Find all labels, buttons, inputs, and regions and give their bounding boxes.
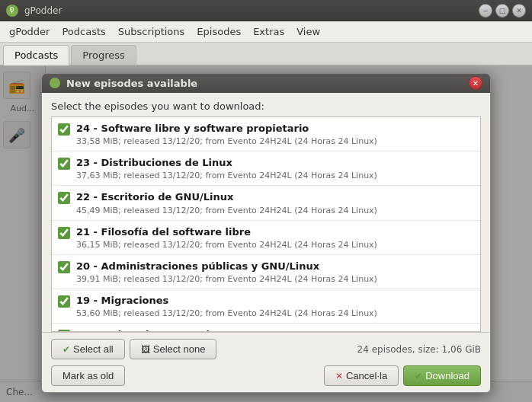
cancel-button[interactable]: ✕ Cancel·la [324, 365, 399, 386]
episode-checkbox-2[interactable] [58, 192, 70, 204]
dialog-title-icon [50, 78, 60, 88]
menu-extras[interactable]: Extras [247, 23, 290, 40]
episode-meta: 37,63 MiB; released 13/12/20; from Event… [76, 171, 474, 180]
select-all-button[interactable]: ✔ Select all [51, 339, 125, 359]
tab-progress[interactable]: Progress [71, 45, 136, 65]
dialog-subtitle: Select the episodes you want to download… [42, 93, 490, 116]
cancel-icon: ✕ [335, 371, 343, 381]
window-controls: − □ ✕ [479, 4, 526, 18]
download-button[interactable]: ✔ Download [403, 365, 481, 386]
episode-meta: 36,15 MiB; released 13/12/20; from Event… [76, 240, 474, 250]
minimize-button[interactable]: − [479, 4, 492, 18]
episode-checkbox-5[interactable] [58, 295, 70, 308]
episodes-info: 24 episodes, size: 1,06 GiB [221, 344, 481, 355]
maximize-button[interactable]: □ [495, 4, 509, 18]
select-none-button[interactable]: 🖼 Select none [130, 339, 217, 359]
episode-item: 21 - Filosofía del software libre36,15 M… [52, 221, 480, 255]
episode-info: 19 - Migraciones53,60 MiB; released 13/1… [76, 294, 474, 318]
select-none-icon: 🖼 [141, 344, 150, 355]
episode-meta: 39,91 MiB; released 13/12/20; from Event… [76, 274, 474, 284]
mark-as-old-button[interactable]: Mark as old [51, 365, 125, 386]
episode-title: 22 - Escritorio de GNU/Linux [76, 190, 474, 204]
episode-list[interactable]: 24 - Software libre y software propietar… [51, 116, 481, 332]
tab-bar: Podcasts Progress [0, 43, 532, 65]
dialog-overlay: New episodes available ✕ Select the epis… [0, 65, 532, 402]
episode-title: 20 - Administraciones públicas y GNU/Lin… [76, 260, 474, 273]
episode-item: 23 - Distribuciones de Linux37,63 MiB; r… [52, 152, 480, 186]
episode-meta: 53,60 MiB; released 13/12/20; from Event… [76, 308, 474, 318]
episode-info: 23 - Distribuciones de Linux37,63 MiB; r… [76, 156, 474, 180]
dialog-bottom: ✔ Select all 🖼 Select none 24 episodes, … [42, 332, 490, 392]
episode-title: 23 - Distribuciones de Linux [76, 156, 474, 170]
menu-subscriptions[interactable]: Subscriptions [112, 23, 191, 40]
dialog-close-button[interactable]: ✕ [469, 76, 482, 90]
menu-episodes[interactable]: Episodes [191, 23, 247, 40]
episode-title: 24 - Software libre y software propietar… [76, 122, 474, 136]
episode-title: 19 - Migraciones [76, 294, 474, 308]
episode-meta: 45,49 MiB; released 13/12/20; from Event… [76, 206, 474, 215]
download-check-icon: ✔ [415, 371, 422, 381]
episode-meta: 33,58 MiB; released 13/12/20; from Event… [76, 136, 474, 146]
title-bar: 🎙 gPodder − □ ✕ [0, 0, 532, 21]
menu-gpodder[interactable]: gPodder [3, 23, 56, 40]
select-buttons-row: ✔ Select all 🖼 Select none 24 episodes, … [51, 339, 481, 359]
episode-item: 24 - Software libre y software propietar… [52, 117, 480, 152]
episode-info: 22 - Escritorio de GNU/Linux45,49 MiB; r… [76, 190, 474, 215]
menu-bar: gPodder Podcasts Subscriptions Episodes … [0, 21, 532, 43]
episode-checkbox-0[interactable] [58, 123, 70, 136]
new-episodes-dialog: New episodes available ✕ Select the epis… [41, 73, 491, 393]
check-icon: ✔ [62, 344, 70, 355]
close-button[interactable]: ✕ [512, 4, 526, 18]
episode-item: 20 - Administraciones públicas y GNU/Lin… [52, 255, 480, 289]
episode-info: 24 - Software libre y software propietar… [76, 122, 474, 146]
window-title: gPodder [24, 5, 473, 16]
episode-checkbox-3[interactable] [58, 227, 70, 239]
episode-title: 21 - Filosofía del software libre [76, 225, 474, 239]
episode-item: 22 - Escritorio de GNU/Linux45,49 MiB; r… [52, 186, 480, 220]
episode-info: 21 - Filosofía del software libre36,15 M… [76, 225, 474, 250]
episode-checkbox-4[interactable] [58, 261, 70, 273]
episode-info: 20 - Administraciones públicas y GNU/Lin… [76, 260, 474, 284]
right-buttons: ✕ Cancel·la ✔ Download [324, 365, 481, 386]
tab-podcasts[interactable]: Podcasts [3, 45, 69, 65]
menu-view[interactable]: View [290, 23, 326, 40]
dialog-title-bar: New episodes available ✕ [42, 74, 490, 93]
app-icon: 🎙 [6, 5, 18, 17]
episode-item: 18 - Ordenadores con Linux46,26 MiB; rel… [52, 324, 480, 332]
menu-podcasts[interactable]: Podcasts [56, 23, 111, 40]
action-buttons-row: Mark as old ✕ Cancel·la ✔ Download [51, 365, 481, 386]
episode-checkbox-1[interactable] [58, 158, 70, 170]
episode-item: 19 - Migraciones53,60 MiB; released 13/1… [52, 289, 480, 324]
dialog-title-text: New episodes available [66, 78, 463, 89]
